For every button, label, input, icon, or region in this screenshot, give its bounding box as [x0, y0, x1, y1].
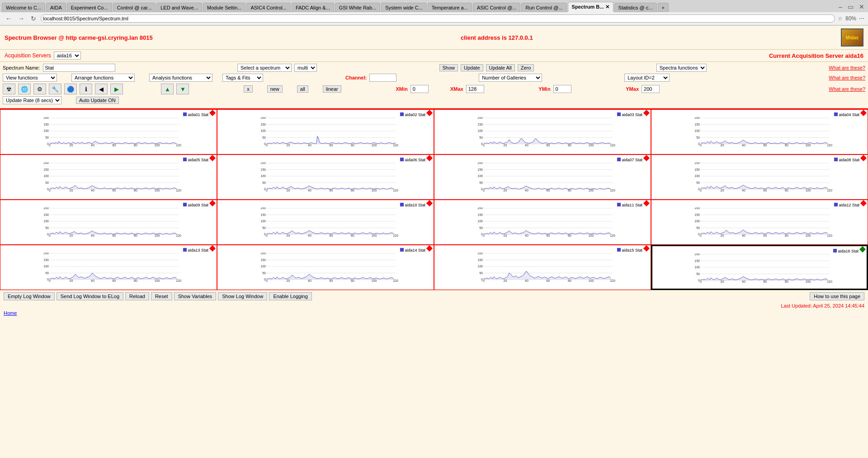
svg-text:150: 150: [260, 258, 266, 262]
select-spectrum-dropdown[interactable]: Select a spectrum: [237, 64, 292, 72]
channel-input[interactable]: [369, 74, 396, 82]
reload-btn[interactable]: Reload: [125, 292, 149, 300]
gallery-cell-aida13[interactable]: aida13 Stat050100150200020406080100120: [0, 245, 217, 290]
reset-btn[interactable]: Reset: [151, 292, 172, 300]
down-arrow-btn[interactable]: ▼: [176, 84, 189, 94]
linear-btn[interactable]: linear: [323, 85, 341, 93]
tab-gsi[interactable]: GSI White Rab...: [335, 3, 381, 12]
info-icon-btn[interactable]: ℹ: [80, 84, 92, 94]
what-are-1[interactable]: What are these?: [829, 65, 865, 70]
right-arrow-btn[interactable]: ▶: [110, 84, 123, 94]
all-btn[interactable]: all: [297, 85, 308, 93]
auto-update-btn[interactable]: Auto Update ON: [76, 97, 119, 104]
gallery-cell-aida12[interactable]: aida12 Stat050100150200020406080100120: [651, 200, 868, 245]
xmax-input[interactable]: 128: [466, 85, 484, 93]
tab-run[interactable]: Run Control @...: [521, 3, 566, 12]
tab-control[interactable]: Control @ car...: [113, 3, 156, 12]
svg-text:150: 150: [260, 213, 266, 216]
svg-text:150: 150: [694, 259, 700, 262]
globe-icon-btn[interactable]: 🌐: [18, 84, 31, 94]
tab-asic4[interactable]: ASIC4 Control...: [246, 3, 290, 12]
zero-btn[interactable]: Zero: [518, 64, 534, 71]
tags-fits-select[interactable]: Tags & Fits: [222, 74, 263, 82]
minimize-btn[interactable]: –: [837, 2, 844, 11]
spectrum-name-input[interactable]: Stat: [43, 64, 115, 72]
update-all-btn[interactable]: Update All: [486, 64, 515, 71]
show-btn[interactable]: Show: [439, 64, 458, 71]
tab-asic-ctrl[interactable]: ASIC Control @...: [473, 3, 521, 12]
tab-fadc[interactable]: FADC Align &...: [292, 3, 334, 12]
spectra-functions-select[interactable]: Spectra functions: [656, 64, 707, 72]
tab-new[interactable]: +: [658, 3, 669, 12]
svg-text:50: 50: [262, 136, 266, 139]
extensions-icon[interactable]: ⋯: [859, 15, 864, 22]
address-bar[interactable]: localhost:8015/Spectrum/Spectrum.tml: [41, 14, 835, 23]
tab-module[interactable]: Module Settin...: [203, 3, 245, 12]
chart-label-aida07: aida07 Stat: [436, 157, 649, 162]
tab-aida[interactable]: AIDA: [46, 3, 66, 12]
view-functions-select[interactable]: View functions: [3, 74, 57, 82]
gallery-cell-aida07[interactable]: aida07 Stat050100150200020406080100120: [434, 154, 651, 200]
number-of-galleries-select[interactable]: Number of Galleries: [479, 74, 542, 82]
how-to-btn[interactable]: How to use this page: [810, 292, 864, 300]
radiation-icon-btn[interactable]: ☢: [3, 84, 15, 94]
back-btn[interactable]: ←: [4, 14, 14, 23]
gallery-cell-aida14[interactable]: aida14 Stat050100150200020406080100120: [217, 245, 434, 290]
home-link[interactable]: Home: [4, 310, 17, 316]
show-variables-btn[interactable]: Show Variables: [174, 292, 217, 300]
analysis-functions-select[interactable]: Analysis functions: [149, 74, 212, 82]
chart-label-aida11: aida11 Stat: [436, 202, 649, 207]
gallery-cell-aida10[interactable]: aida10 Stat050100150200020406080100120: [217, 200, 434, 245]
gallery-cell-aida11[interactable]: aida11 Stat050100150200020406080100120: [434, 200, 651, 245]
gallery-cell-aida15[interactable]: aida15 Stat050100150200020406080100120: [434, 245, 651, 290]
update-btn[interactable]: Update: [461, 64, 483, 71]
what-are-2[interactable]: What are these?: [829, 75, 865, 80]
forward-btn[interactable]: →: [16, 14, 26, 23]
enable-logging-btn[interactable]: Enable Logging: [269, 292, 311, 300]
circle-icon-btn[interactable]: 🔵: [64, 84, 77, 94]
tool-icon-btn[interactable]: 🔧: [49, 84, 61, 94]
chart-svg-aida05: 050100150200020406080100120: [2, 162, 215, 192]
settings-icon-btn[interactable]: ⚙: [33, 84, 46, 94]
gallery-cell-aida06[interactable]: aida06 Stat050100150200020406080100120: [217, 154, 434, 200]
gallery-cell-aida16[interactable]: aida16 Stat050100150200020406080100120: [651, 245, 868, 290]
send-log-btn[interactable]: Send Log Window to ELog: [57, 292, 123, 300]
what-are-3[interactable]: What are these?: [829, 86, 865, 92]
gallery-cell-aida04[interactable]: aida04 Stat050100150200020406080100120: [651, 109, 868, 154]
chart-svg-aida02: 050100150200020406080100120: [219, 117, 432, 146]
ymin-input[interactable]: 0: [553, 85, 571, 93]
tab-stats[interactable]: Statistics @ c...: [614, 3, 657, 12]
tab-temp[interactable]: Temperature a...: [428, 3, 472, 12]
legend-aida09: [183, 203, 187, 206]
gallery-cell-aida03[interactable]: aida03 Stat050100150200020406080100120: [434, 109, 651, 154]
tab-system[interactable]: System wide C...: [381, 3, 427, 12]
empty-log-btn[interactable]: Empty Log Window: [4, 292, 55, 300]
update-rate-select[interactable]: Update Rate (8 secs): [3, 96, 61, 104]
svg-text:100: 100: [694, 266, 700, 269]
multi-select[interactable]: multi: [294, 64, 317, 72]
refresh-btn[interactable]: ↻: [29, 14, 38, 23]
tab-experiment[interactable]: Experiment Co...: [67, 3, 112, 12]
tab-spectrum[interactable]: Spectrum B... ✕: [568, 2, 613, 12]
bookmark-icon[interactable]: ☆: [838, 15, 843, 22]
xmin-input[interactable]: 0: [410, 85, 429, 93]
gallery-cell-aida08[interactable]: aida08 Stat050100150200020406080100120: [651, 154, 868, 200]
gallery-cell-aida01[interactable]: aida01 Stat050100150200020406080100120: [0, 109, 217, 154]
new-btn[interactable]: new: [267, 85, 283, 93]
close-btn[interactable]: ✕: [857, 2, 866, 11]
tab-welcome[interactable]: Welcome to C...: [2, 3, 45, 12]
layout-id-select[interactable]: Layout ID=2: [624, 74, 670, 82]
gallery-cell-aida02[interactable]: aida02 Stat050100150200020406080100120: [217, 109, 434, 154]
gallery-cell-aida09[interactable]: aida09 Stat050100150200020406080100120: [0, 200, 217, 245]
x-btn[interactable]: x: [244, 85, 253, 93]
show-log-btn[interactable]: Show Log Window: [218, 292, 267, 300]
acq-server-select[interactable]: aida16: [54, 51, 81, 60]
ymax-input[interactable]: 200: [642, 85, 660, 93]
svg-text:100: 100: [43, 220, 49, 223]
up-arrow-btn[interactable]: ▲: [161, 84, 174, 94]
gallery-cell-aida05[interactable]: aida05 Stat050100150200020406080100120: [0, 154, 217, 200]
tab-led[interactable]: LED and Wave...: [156, 3, 202, 12]
restore-btn[interactable]: ▭: [846, 2, 855, 11]
left-arrow-btn[interactable]: ◀: [95, 84, 108, 94]
arrange-functions-select[interactable]: Arrange functions: [71, 74, 135, 82]
